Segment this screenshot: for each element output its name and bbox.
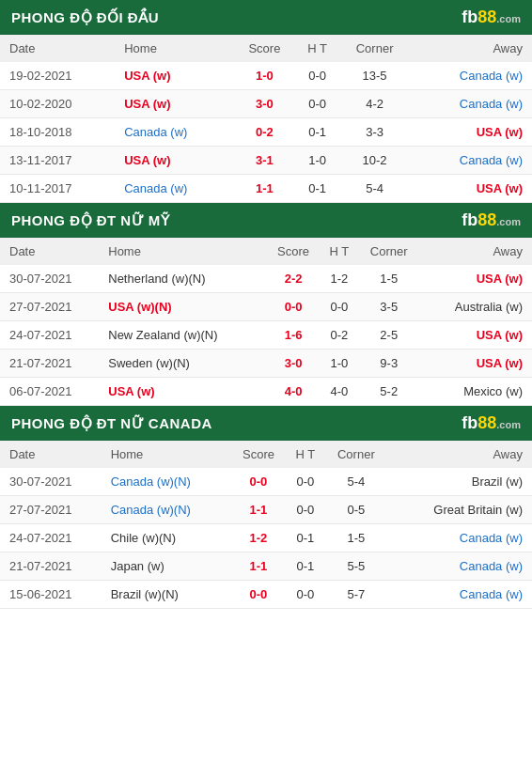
cell-date: 30-07-2021 <box>0 468 107 496</box>
cell-away: Canada (w) <box>411 62 532 90</box>
logo-num: 88 <box>477 210 496 229</box>
logo-com: .com <box>496 216 521 227</box>
cell-score: 1-1 <box>230 552 286 581</box>
cell-score: 1-0 <box>233 62 296 90</box>
cell-score: 0-0 <box>266 293 321 321</box>
cell-score: 0-2 <box>233 118 296 147</box>
table-canada-form: DateHomeScoreH TCornerAway30-07-2021Cana… <box>0 441 532 609</box>
cell-date: 10-11-2017 <box>0 175 120 203</box>
logo-canada-form: fb88.com <box>462 413 521 433</box>
table-row: 10-11-2017Canada (w)1-10-15-4USA (w) <box>0 175 532 203</box>
cell-away: Brazil (w) <box>388 468 532 496</box>
cell-home: USA (w) <box>120 147 233 175</box>
cell-away: Canada (w) <box>388 581 532 609</box>
col-header-3: H T <box>296 35 339 62</box>
logo-head-to-head: fb88.com <box>462 8 521 27</box>
cell-away: Mexico (w) <box>420 378 532 406</box>
col-header-2: Score <box>230 441 286 468</box>
col-header-1: Home <box>104 238 266 265</box>
cell-ht: 0-0 <box>287 581 325 609</box>
cell-corner: 5-7 <box>324 581 387 609</box>
cell-corner: 3-3 <box>339 118 411 147</box>
cell-ht: 4-0 <box>321 378 358 406</box>
cell-corner: 0-5 <box>324 496 387 524</box>
col-header-5: Away <box>420 238 532 265</box>
cell-away: USA (w) <box>420 350 532 378</box>
cell-home: New Zealand (w)(N) <box>104 321 266 350</box>
cell-date: 27-07-2021 <box>0 496 107 524</box>
cell-home: Canada (w) <box>120 118 233 147</box>
col-header-4: Corner <box>358 238 420 265</box>
logo-fb: fb <box>462 210 477 229</box>
cell-date: 06-07-2021 <box>0 378 104 406</box>
section-title-canada-form: PHONG ĐỘ ĐT NỮ CANADA <box>11 415 212 432</box>
cell-score: 1-6 <box>266 321 321 350</box>
cell-ht: 1-0 <box>296 147 339 175</box>
col-header-5: Away <box>411 35 532 62</box>
cell-ht: 1-2 <box>321 265 358 293</box>
table-row: 24-07-2021New Zealand (w)(N)1-60-22-5USA… <box>0 321 532 350</box>
cell-corner: 5-4 <box>339 175 411 203</box>
col-header-0: Date <box>0 441 107 468</box>
cell-away: Canada (w) <box>411 90 532 118</box>
cell-corner: 1-5 <box>324 524 387 552</box>
table-row: 30-07-2021Netherland (w)(N)2-21-21-5USA … <box>0 265 532 293</box>
col-header-5: Away <box>388 441 532 468</box>
cell-corner: 4-2 <box>339 90 411 118</box>
cell-date: 21-07-2021 <box>0 350 104 378</box>
cell-ht: 0-2 <box>321 321 358 350</box>
cell-away: Great Britain (w) <box>388 496 532 524</box>
cell-date: 24-07-2021 <box>0 524 107 552</box>
cell-score: 4-0 <box>266 378 321 406</box>
logo-com: .com <box>496 419 521 430</box>
col-header-3: H T <box>287 441 325 468</box>
cell-home: Japan (w) <box>107 552 231 581</box>
cell-ht: 0-1 <box>296 175 339 203</box>
cell-score: 3-0 <box>233 90 296 118</box>
table-head-to-head: DateHomeScoreH TCornerAway19-02-2021USA … <box>0 35 532 203</box>
table-row: 24-07-2021Chile (w)(N)1-20-11-5Canada (w… <box>0 524 532 552</box>
table-row: 10-02-2020USA (w)3-00-04-2Canada (w) <box>0 90 532 118</box>
section-title-head-to-head: PHONG ĐỘ ĐỐI ĐẦU <box>11 9 159 26</box>
col-header-2: Score <box>266 238 321 265</box>
table-row: 30-07-2021Canada (w)(N)0-00-05-4Brazil (… <box>0 468 532 496</box>
logo-fb: fb <box>462 413 477 432</box>
cell-home: Canada (w)(N) <box>107 468 231 496</box>
col-header-1: Home <box>120 35 233 62</box>
cell-score: 2-2 <box>266 265 321 293</box>
cell-corner: 5-5 <box>324 552 387 581</box>
cell-date: 30-07-2021 <box>0 265 104 293</box>
cell-score: 0-0 <box>230 581 286 609</box>
cell-home: Canada (w)(N) <box>107 496 231 524</box>
cell-ht: 0-0 <box>287 496 325 524</box>
cell-corner: 1-5 <box>358 265 420 293</box>
table-row: 06-07-2021USA (w)4-04-05-2Mexico (w) <box>0 378 532 406</box>
cell-home: Sweden (w)(N) <box>104 350 266 378</box>
logo-fb: fb <box>462 8 477 26</box>
col-header-1: Home <box>107 441 231 468</box>
cell-away: Canada (w) <box>411 147 532 175</box>
cell-date: 27-07-2021 <box>0 293 104 321</box>
cell-ht: 0-0 <box>296 90 339 118</box>
cell-ht: 0-0 <box>296 62 339 90</box>
cell-corner: 10-2 <box>339 147 411 175</box>
section-title-usa-form: PHONG ĐỘ ĐT NỮ MỸ <box>11 212 169 229</box>
cell-corner: 9-3 <box>358 350 420 378</box>
cell-corner: 2-5 <box>358 321 420 350</box>
cell-ht: 0-1 <box>296 118 339 147</box>
col-header-0: Date <box>0 238 104 265</box>
logo-com: .com <box>496 13 521 24</box>
logo-usa-form: fb88.com <box>462 210 521 230</box>
cell-date: 24-07-2021 <box>0 321 104 350</box>
cell-away: Canada (w) <box>388 524 532 552</box>
cell-home: Brazil (w)(N) <box>107 581 231 609</box>
table-row: 18-10-2018Canada (w)0-20-13-3USA (w) <box>0 118 532 147</box>
cell-home: Netherland (w)(N) <box>104 265 266 293</box>
cell-date: 10-02-2020 <box>0 90 120 118</box>
col-header-2: Score <box>233 35 296 62</box>
cell-corner: 3-5 <box>358 293 420 321</box>
cell-ht: 0-0 <box>287 468 325 496</box>
table-row: 13-11-2017USA (w)3-11-010-2Canada (w) <box>0 147 532 175</box>
cell-date: 19-02-2021 <box>0 62 120 90</box>
cell-home: Canada (w) <box>120 175 233 203</box>
